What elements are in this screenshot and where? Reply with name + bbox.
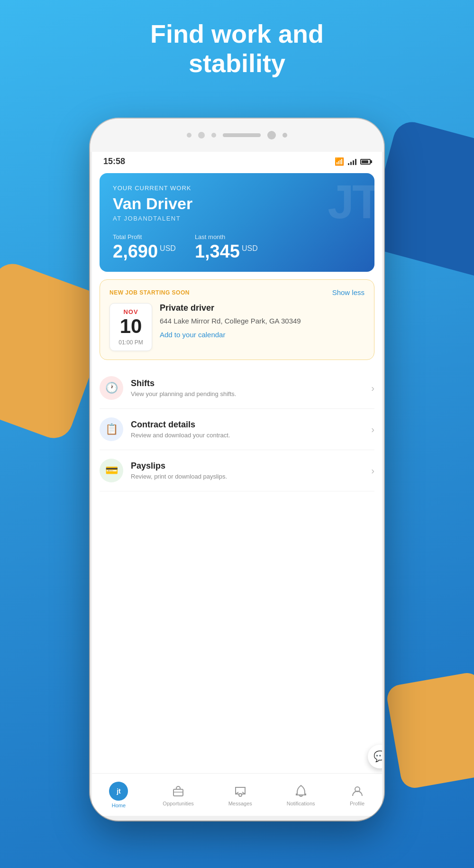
signal-bars <box>348 158 356 165</box>
sensor-dot-4 <box>267 131 276 139</box>
opportunities-label: Opportunities <box>163 801 193 806</box>
battery-fill <box>362 160 368 163</box>
menu-items: 🕐 Shifts View your planning and pending … <box>92 368 382 491</box>
shifts-chevron: › <box>371 383 374 394</box>
shifts-icon: 🕐 <box>100 376 123 400</box>
job-title: Private driver <box>160 303 365 313</box>
menu-item-payslips[interactable]: 💳 Payslips Review, print or download pay… <box>100 450 374 491</box>
stat-last-month: Last month 1,345USD <box>195 233 258 260</box>
shifts-subtitle: View your planning and pending shifts. <box>131 390 371 397</box>
opportunities-icon <box>171 784 186 799</box>
new-job-content: NOV 10 01:00 PM Private driver 644 Lake … <box>109 303 365 351</box>
speaker-bar <box>223 133 261 137</box>
phone-screen: 15:58 📶 JT YOUR CURRENT WORK Van Driver … <box>92 152 382 816</box>
nav-item-home[interactable]: jt Home <box>101 778 136 812</box>
contract-icon: 📋 <box>100 417 123 441</box>
battery-icon <box>360 159 371 165</box>
job-details: Private driver 644 Lake Mirror Rd, Colle… <box>160 303 365 339</box>
date-month: NOV <box>118 308 144 315</box>
date-time: 01:00 PM <box>118 339 144 346</box>
sensor-dot-2 <box>198 132 205 139</box>
signal-bar-4 <box>355 159 356 165</box>
work-card: JT YOUR CURRENT WORK Van Driver AT JOBAN… <box>100 173 374 272</box>
stat-total-profit: Total Profit 2,690USD <box>113 233 176 260</box>
signal-bar-3 <box>353 160 354 165</box>
phone-top-bar <box>90 119 384 152</box>
contract-title: Contract details <box>131 420 371 430</box>
nav-item-notifications[interactable]: Notifications <box>279 780 323 810</box>
shifts-text: Shifts View your planning and pending sh… <box>131 379 371 397</box>
sensor-dot-5 <box>283 133 287 138</box>
home-label: Home <box>112 803 126 808</box>
nav-item-messages[interactable]: Messages <box>221 780 260 810</box>
show-less-button[interactable]: Show less <box>332 288 365 296</box>
payslips-chevron: › <box>371 465 374 476</box>
menu-item-contract[interactable]: 📋 Contract details Review and download y… <box>100 409 374 450</box>
date-day: 10 <box>118 315 144 337</box>
payslips-text: Payslips Review, print or download paysl… <box>131 461 371 480</box>
payslips-title: Payslips <box>131 461 371 471</box>
work-card-stats: Total Profit 2,690USD Last month 1,345US… <box>113 233 361 260</box>
wifi-icon: 📶 <box>335 157 344 166</box>
shifts-title: Shifts <box>131 379 371 388</box>
chat-bubble-float[interactable]: 💬 <box>368 745 382 768</box>
status-bar: 15:58 📶 <box>92 152 382 169</box>
nav-item-profile[interactable]: Profile <box>342 780 373 810</box>
contract-subtitle: Review and download your contract. <box>131 432 371 439</box>
status-time: 15:58 <box>103 157 125 166</box>
work-card-company: AT JOBANDTALENT <box>113 215 361 222</box>
stat-last-month-value: 1,345USD <box>195 242 258 260</box>
new-job-header: NEW JOB STARTING SOON Show less <box>109 288 365 296</box>
stat-total-profit-label: Total Profit <box>113 233 176 240</box>
phone-frame: 15:58 📶 JT YOUR CURRENT WORK Van Driver … <box>90 119 384 821</box>
messages-label: Messages <box>228 801 252 806</box>
work-card-title: Van Driver <box>113 194 361 213</box>
status-right: 📶 <box>335 157 371 166</box>
add-to-calendar-button[interactable]: Add to your calendar <box>160 331 225 339</box>
sensor-dot-1 <box>187 133 191 138</box>
home-icon: jt <box>109 782 128 801</box>
notifications-icon <box>293 784 309 799</box>
contract-chevron: › <box>371 424 374 435</box>
stat-total-profit-value: 2,690USD <box>113 242 176 260</box>
bottom-nav: jt Home Opportunities <box>92 773 382 816</box>
nav-item-opportunities[interactable]: Opportunities <box>155 780 201 810</box>
svg-point-2 <box>239 794 242 796</box>
messages-icon <box>233 784 248 799</box>
bg-shape-orange-bottom <box>385 671 474 790</box>
job-address: 644 Lake Mirror Rd, College Park, GA 303… <box>160 316 365 326</box>
new-job-card: NEW JOB STARTING SOON Show less NOV 10 0… <box>100 279 374 360</box>
payslips-subtitle: Review, print or download payslips. <box>131 473 371 480</box>
svg-rect-0 <box>173 789 183 796</box>
date-box: NOV 10 01:00 PM <box>109 303 152 351</box>
profile-icon <box>350 784 365 799</box>
new-job-badge: NEW JOB STARTING SOON <box>109 289 190 296</box>
sensor-dot-3 <box>211 133 216 138</box>
signal-bar-1 <box>348 163 349 165</box>
profile-label: Profile <box>350 801 365 806</box>
payslips-icon: 💳 <box>100 459 123 482</box>
page-title: Find work and stability <box>0 19 474 78</box>
menu-item-shifts[interactable]: 🕐 Shifts View your planning and pending … <box>100 368 374 409</box>
notifications-label: Notifications <box>287 801 315 806</box>
stat-last-month-label: Last month <box>195 233 258 240</box>
contract-text: Contract details Review and download you… <box>131 420 371 439</box>
signal-bar-2 <box>350 162 352 165</box>
work-card-label: YOUR CURRENT WORK <box>113 185 361 192</box>
